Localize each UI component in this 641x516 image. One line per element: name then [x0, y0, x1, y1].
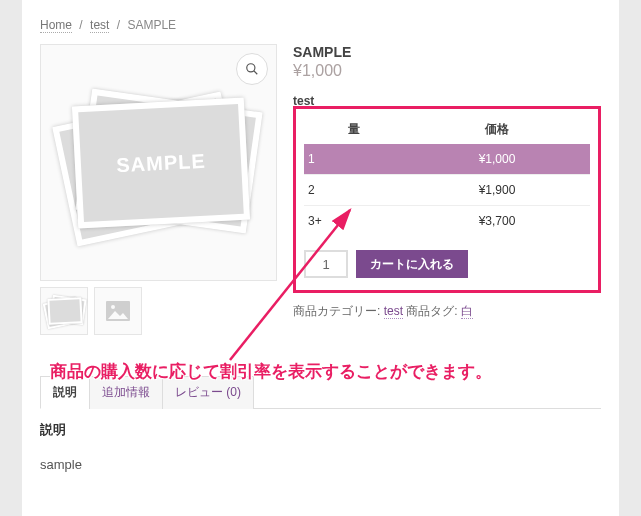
breadcrumb-sep: /: [75, 18, 86, 32]
tier-qty: 2: [304, 175, 404, 206]
placeholder-label: SAMPLE: [115, 149, 205, 177]
tier-qty: 1: [304, 144, 404, 175]
tier-row: 1 ¥1,000: [304, 144, 590, 175]
tab-additional-info[interactable]: 追加情報: [89, 376, 163, 409]
add-to-cart-button[interactable]: カートに入れる: [356, 250, 468, 278]
tier-header-price: 価格: [404, 115, 590, 144]
tier-price-table: 量 価格 1 ¥1,000 2 ¥1,900: [304, 115, 590, 236]
product-meta: 商品カテゴリー: test 商品タグ: 白: [293, 303, 601, 320]
product-price: ¥1,000: [293, 62, 601, 80]
tab-reviews[interactable]: レビュー (0): [162, 376, 254, 409]
highlight-box: 量 価格 1 ¥1,000 2 ¥1,900: [293, 106, 601, 293]
zoom-icon[interactable]: [236, 53, 268, 85]
tier-price: ¥1,900: [404, 175, 590, 206]
breadcrumb-parent-link[interactable]: test: [90, 18, 109, 33]
breadcrumb-current: SAMPLE: [127, 18, 176, 32]
breadcrumb-home-link[interactable]: Home: [40, 18, 72, 33]
product-title: SAMPLE: [293, 44, 601, 60]
product-tabs: 説明 追加情報 レビュー (0): [40, 375, 601, 409]
meta-category-link[interactable]: test: [384, 304, 403, 319]
tier-row: 3+ ¥3,700: [304, 206, 590, 237]
description-heading: 説明: [40, 421, 601, 439]
tab-description[interactable]: 説明: [40, 376, 90, 409]
breadcrumb: Home / test / SAMPLE: [40, 18, 601, 32]
meta-tag-link[interactable]: 白: [461, 304, 473, 319]
breadcrumb-sep: /: [113, 18, 124, 32]
gallery-thumb-2[interactable]: [94, 287, 142, 335]
meta-category-label: 商品カテゴリー:: [293, 304, 384, 318]
placeholder-image-stack: SAMPLE: [69, 98, 249, 228]
svg-line-1: [254, 71, 258, 75]
quantity-input[interactable]: [304, 250, 348, 278]
tier-qty: 3+: [304, 206, 404, 237]
svg-point-0: [247, 64, 255, 72]
tier-row: 2 ¥1,900: [304, 175, 590, 206]
tier-header-qty: 量: [304, 115, 404, 144]
gallery-thumb-1[interactable]: [40, 287, 88, 335]
tier-price: ¥3,700: [404, 206, 590, 237]
meta-tag-label: 商品タグ:: [403, 304, 461, 318]
description-body: sample: [40, 457, 601, 472]
svg-point-3: [111, 305, 115, 309]
tier-price: ¥1,000: [404, 144, 590, 175]
product-main-image[interactable]: SAMPLE: [40, 44, 277, 281]
